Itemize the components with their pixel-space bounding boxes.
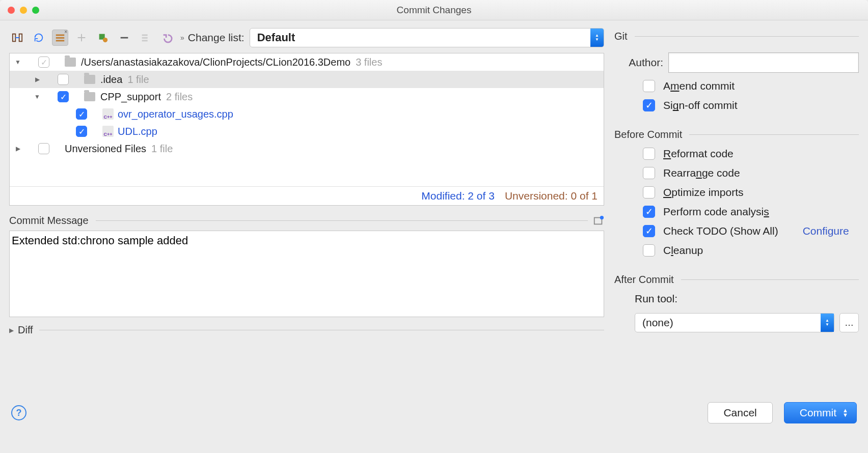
window-title: Commit Changes (0, 5, 868, 16)
svg-rect-4 (56, 40, 65, 42)
commit-message-input[interactable] (9, 231, 604, 317)
tree-file-checkbox[interactable]: ✓ (76, 126, 87, 137)
svg-rect-3 (56, 37, 65, 39)
reformat-checkbox[interactable] (643, 148, 655, 160)
tree-idea-count: 1 file (127, 74, 149, 86)
commit-dropdown-icon[interactable] (843, 408, 848, 417)
commit-message-label: Commit Message (9, 215, 89, 227)
change-list-label: Change list: (188, 32, 245, 44)
svg-rect-2 (56, 35, 65, 36)
commit-button[interactable]: Commit (784, 402, 857, 423)
rearrange-label: Rearrange code (663, 167, 740, 179)
tree-unversioned-row[interactable]: ▶ Unversioned Files 1 file (10, 140, 604, 157)
tree-file-row[interactable]: ✓ UDL.cpp (10, 123, 604, 140)
before-commit-section-title: Before Commit (614, 129, 682, 140)
author-label: Author: (614, 56, 668, 69)
modified-status: Modified: 2 of 3 (421, 190, 495, 202)
titlebar: Commit Changes (0, 0, 868, 20)
help-icon[interactable]: ? (11, 405, 26, 420)
group-by-directory-icon[interactable] (52, 30, 68, 46)
stepper-arrows-icon (821, 314, 834, 332)
cancel-button-label: Cancel (723, 407, 756, 419)
git-section-title: Git (614, 31, 628, 42)
tree-file-name: ovr_operator_usages.cpp (118, 108, 233, 120)
diff-label: Diff (18, 324, 33, 336)
reformat-label: Reformat code (663, 148, 734, 160)
optimize-label: Optimize imports (663, 186, 744, 199)
tree-cpp-checkbox[interactable]: ✓ (58, 91, 69, 102)
tree-folder-row[interactable]: ▼ ✓ CPP_support 2 files (10, 88, 604, 105)
tree-unversioned-checkbox[interactable] (38, 143, 49, 154)
history-icon[interactable] (593, 215, 604, 227)
tree-file-row[interactable]: ✓ ovr_operator_usages.cpp (10, 105, 604, 123)
svg-point-11 (600, 215, 604, 219)
tree-idea-checkbox[interactable] (58, 74, 69, 85)
svg-point-6 (103, 38, 107, 42)
stepper-arrows-icon (590, 29, 604, 47)
move-to-changelist-icon[interactable] (95, 30, 111, 46)
tree-root-checkbox[interactable]: ✓ (38, 56, 49, 68)
optimize-checkbox[interactable] (643, 186, 655, 199)
folder-icon (84, 92, 95, 101)
run-tool-value: (none) (642, 317, 673, 329)
cpp-file-icon (102, 108, 114, 120)
tree-file-name: UDL.cpp (118, 126, 157, 137)
tree-root-path: /Users/anastasiakazakova/ClionProjects/C… (81, 56, 350, 68)
tree-disclosure-icon[interactable]: ▼ (13, 59, 23, 66)
cleanup-checkbox[interactable] (643, 244, 655, 257)
svg-rect-7 (142, 35, 148, 36)
remove-icon[interactable] (116, 30, 132, 46)
svg-rect-1 (19, 34, 22, 42)
new-changelist-icon[interactable] (73, 30, 90, 46)
refresh-icon[interactable] (31, 30, 47, 46)
unversioned-status: Unversioned: 0 of 1 (505, 190, 598, 202)
tree-disclosure-icon[interactable]: ▼ (32, 93, 42, 100)
cleanup-label: Cleanup (663, 244, 703, 257)
tree-disclosure-icon[interactable]: ▶ (32, 76, 42, 83)
tree-file-checkbox[interactable]: ✓ (76, 108, 87, 120)
folder-icon (84, 75, 95, 84)
amend-checkbox[interactable] (643, 80, 655, 92)
folder-icon (65, 58, 76, 67)
tree-unversioned-count: 1 file (151, 143, 173, 155)
cancel-button[interactable]: Cancel (708, 402, 772, 423)
rearrange-checkbox[interactable] (643, 167, 655, 179)
revert-icon[interactable] (159, 30, 175, 46)
show-diff-icon[interactable] (9, 30, 25, 46)
analysis-label: Perform code analysis (663, 206, 769, 218)
tree-idea-name: .idea (100, 74, 122, 86)
tree-root-count: 3 files (356, 56, 382, 68)
todo-label: Check TODO (Show All) (663, 225, 778, 237)
cpp-file-icon (102, 126, 114, 137)
signoff-checkbox[interactable]: ✓ (643, 99, 655, 111)
run-tool-label: Run tool: (614, 293, 859, 305)
analysis-checkbox[interactable]: ✓ (643, 206, 655, 218)
rollback-selected-icon[interactable] (138, 30, 154, 46)
change-list-select[interactable]: Default (250, 28, 604, 47)
after-commit-section-title: After Commit (614, 274, 674, 286)
tree-disclosure-icon[interactable]: ▶ (13, 145, 23, 152)
todo-configure-link[interactable]: Configure (803, 225, 849, 237)
changes-tree: ▼ ✓ /Users/anastasiakazakova/ClionProjec… (9, 53, 604, 206)
run-tool-more-button[interactable]: … (839, 313, 859, 332)
change-list-value: Default (250, 31, 295, 44)
tree-cpp-name: CPP_support (100, 91, 161, 103)
tree-cpp-count: 2 files (166, 91, 193, 103)
commit-button-label: Commit (800, 407, 836, 419)
signoff-label: Sign-off commit (663, 99, 738, 111)
svg-rect-9 (142, 40, 148, 42)
toolbar-overflow-icon[interactable]: » (180, 34, 183, 42)
svg-rect-8 (142, 37, 148, 39)
svg-rect-0 (13, 34, 16, 42)
amend-label: Amend commit (663, 80, 735, 92)
todo-checkbox[interactable]: ✓ (643, 225, 655, 237)
author-input[interactable] (668, 52, 859, 73)
run-tool-select[interactable]: (none) (635, 313, 834, 332)
tree-unversioned-name: Unversioned Files (65, 143, 146, 155)
diff-disclosure-icon[interactable]: ▶ (9, 327, 14, 334)
